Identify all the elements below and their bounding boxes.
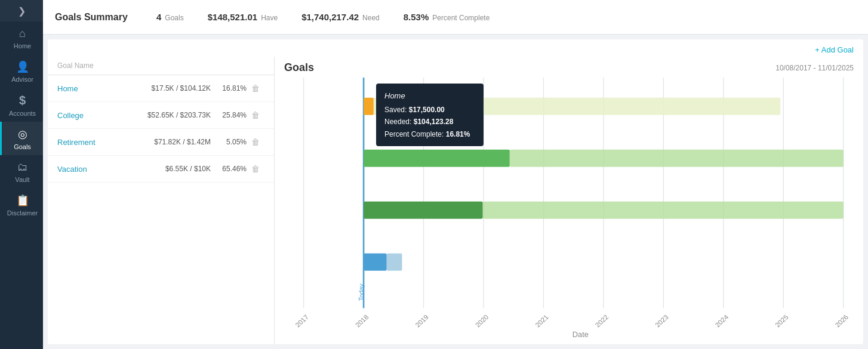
summary-title: Goals Summary xyxy=(55,12,133,23)
delete-home-button[interactable]: 🗑 xyxy=(247,84,264,93)
goal-pct-retirement: 5.05% xyxy=(211,138,247,146)
goal-pct-home: 16.81% xyxy=(211,84,247,92)
chart-title: Goals xyxy=(284,61,314,74)
svg-rect-16 xyxy=(510,150,844,167)
svg-text:Date: Date xyxy=(572,331,589,339)
sidebar-item-label: Accounts xyxy=(9,110,36,117)
svg-text:2019: 2019 xyxy=(414,313,430,328)
content-body: Goal Name Home $17.5K / $104.12K 16.81% … xyxy=(48,57,863,344)
sidebar-item-label: Home xyxy=(14,42,31,50)
goal-name-college[interactable]: College xyxy=(57,111,127,120)
need-value: $1,740,217.42 xyxy=(301,12,359,22)
sidebar-item-home[interactable]: ⌂ Home xyxy=(0,21,43,54)
goals-icon: ◎ xyxy=(18,128,27,141)
goal-name-vacation[interactable]: Vacation xyxy=(57,165,127,174)
have-value: $148,521.01 xyxy=(208,12,257,22)
svg-text:2026: 2026 xyxy=(833,313,849,328)
sidebar-item-label: Goals xyxy=(14,143,31,150)
svg-text:2025: 2025 xyxy=(774,313,790,328)
sidebar-item-goals[interactable]: ◎ Goals xyxy=(0,122,43,155)
sidebar-item-vault[interactable]: 🗂 Vault xyxy=(0,155,43,188)
svg-text:Today: Today xyxy=(358,283,365,301)
delete-vacation-button[interactable]: 🗑 xyxy=(247,164,264,174)
chevron-right-icon: ❯ xyxy=(18,5,26,17)
advisor-icon: 👤 xyxy=(16,60,29,73)
svg-rect-13 xyxy=(364,98,374,115)
svg-text:2022: 2022 xyxy=(594,313,610,328)
svg-text:2017: 2017 xyxy=(294,313,310,328)
goal-pct-college: 25.84% xyxy=(211,111,247,119)
svg-text:2023: 2023 xyxy=(654,313,670,328)
summary-goals: 4 Goals xyxy=(156,12,184,22)
summary-bar: Goals Summary 4 Goals $148,521.01 Have $… xyxy=(43,0,868,35)
table-header: Goal Name xyxy=(48,57,274,75)
sidebar-item-label: Vault xyxy=(15,176,29,183)
sidebar-item-label: Disclaimer xyxy=(7,209,38,217)
have-label: Have xyxy=(261,14,278,22)
pct-label: Percent Complete xyxy=(432,14,490,22)
need-label: Need xyxy=(362,14,380,22)
summary-pct: 8.53% Percent Complete xyxy=(404,12,490,22)
vault-icon: 🗂 xyxy=(17,161,28,174)
goal-name-home[interactable]: Home xyxy=(57,84,127,93)
sidebar-item-advisor[interactable]: 👤 Advisor xyxy=(0,54,43,88)
svg-rect-18 xyxy=(483,202,844,219)
main-content: Goals Summary 4 Goals $148,521.01 Have $… xyxy=(43,0,868,349)
delete-retirement-button[interactable]: 🗑 xyxy=(247,137,264,147)
svg-rect-19 xyxy=(364,254,387,271)
goal-amount-home: $17.5K / $104.12K xyxy=(127,84,211,92)
svg-rect-14 xyxy=(374,98,780,115)
pct-value: 8.53% xyxy=(404,12,429,22)
goals-count: 4 xyxy=(156,12,161,22)
disclaimer-icon: 📋 xyxy=(16,194,29,207)
summary-have: $148,521.01 Have xyxy=(208,12,278,22)
delete-college-button[interactable]: 🗑 xyxy=(247,110,264,120)
content-panel: + Add Goal Goal Name Home $17.5K / $104.… xyxy=(48,39,863,344)
chart-area: Goals 10/08/2017 - 11/01/2025 xyxy=(275,57,863,344)
goal-pct-vacation: 65.46% xyxy=(211,165,247,173)
svg-text:2018: 2018 xyxy=(354,313,370,328)
svg-text:2021: 2021 xyxy=(534,313,550,328)
chart-svg-container: Today xyxy=(281,78,857,344)
svg-rect-15 xyxy=(364,150,510,167)
svg-text:2024: 2024 xyxy=(713,313,730,328)
table-row[interactable]: Vacation $6.55K / $10K 65.46% 🗑 xyxy=(48,156,274,183)
svg-text:2020: 2020 xyxy=(474,313,490,328)
chart-header: Goals 10/08/2017 - 11/01/2025 xyxy=(281,57,857,78)
add-goal-bar: + Add Goal xyxy=(48,39,863,57)
table-row[interactable]: Home $17.5K / $104.12K 16.81% 🗑 xyxy=(48,75,274,102)
col-name-header: Goal Name xyxy=(57,61,127,70)
accounts-icon: $ xyxy=(19,94,26,107)
svg-rect-17 xyxy=(364,202,483,219)
goal-amount-retirement: $71.82K / $1.42M xyxy=(127,138,211,146)
goal-amount-vacation: $6.55K / $10K xyxy=(127,165,211,173)
sidebar-item-disclaimer[interactable]: 📋 Disclaimer xyxy=(0,188,43,221)
add-goal-link[interactable]: + Add Goal xyxy=(815,45,854,54)
chart-date-range: 10/08/2017 - 11/01/2025 xyxy=(775,64,854,72)
sidebar-toggle[interactable]: ❯ xyxy=(0,0,43,21)
sidebar-item-label: Advisor xyxy=(11,76,33,83)
table-row[interactable]: Retirement $71.82K / $1.42M 5.05% 🗑 xyxy=(48,129,274,156)
gantt-chart: Today xyxy=(281,78,857,344)
goals-table: Goal Name Home $17.5K / $104.12K 16.81% … xyxy=(48,57,275,344)
summary-need: $1,740,217.42 Need xyxy=(301,12,380,22)
table-row[interactable]: College $52.65K / $203.73K 25.84% 🗑 xyxy=(48,102,274,129)
sidebar-item-accounts[interactable]: $ Accounts xyxy=(0,88,43,122)
svg-rect-20 xyxy=(387,254,402,271)
goal-amount-college: $52.65K / $203.73K xyxy=(127,111,211,119)
goals-label: Goals xyxy=(165,14,183,22)
goal-name-retirement[interactable]: Retirement xyxy=(57,138,127,147)
sidebar: ❯ ⌂ Home 👤 Advisor $ Accounts ◎ Goals 🗂 … xyxy=(0,0,43,349)
home-icon: ⌂ xyxy=(19,27,26,40)
